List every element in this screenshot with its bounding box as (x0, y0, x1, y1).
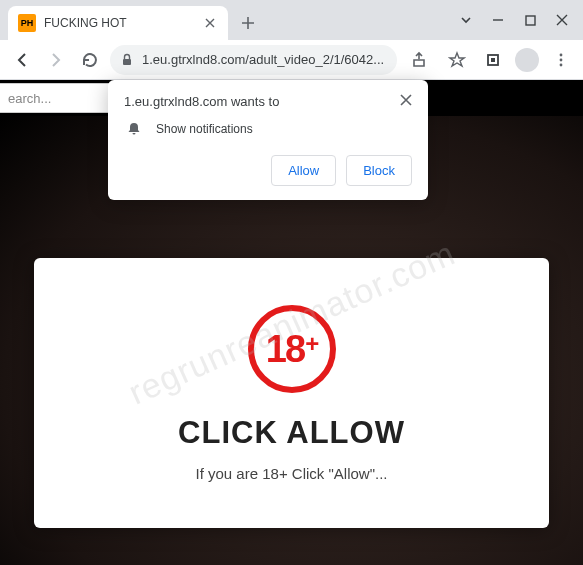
svg-rect-3 (491, 58, 495, 62)
svg-point-5 (560, 58, 563, 61)
dropdown-icon[interactable] (459, 13, 473, 27)
notification-permission-popup: 1.eu.gtrxlnd8.com wants to Show notifica… (108, 80, 428, 200)
age-badge-icon: 18+ (248, 305, 336, 393)
card-heading: CLICK ALLOW (178, 415, 405, 451)
back-button[interactable] (8, 46, 36, 74)
age-gate-card: 18+ CLICK ALLOW If you are 18+ Click "Al… (34, 258, 549, 528)
close-window-button[interactable] (555, 13, 569, 27)
forward-button[interactable] (42, 46, 70, 74)
maximize-button[interactable] (523, 13, 537, 27)
favicon: PH (18, 14, 36, 32)
tab-close-icon[interactable] (202, 15, 218, 31)
svg-rect-1 (123, 59, 131, 65)
age-number: 18 (266, 330, 304, 368)
lock-icon (120, 53, 134, 67)
bookmark-icon[interactable] (443, 46, 471, 74)
allow-button[interactable]: Allow (271, 155, 336, 186)
card-subtitle: If you are 18+ Click "Allow"... (196, 465, 388, 482)
address-bar[interactable]: 1.eu.gtrxlnd8.com/adult_video_2/1/6042..… (110, 45, 397, 75)
share-icon[interactable] (407, 46, 435, 74)
url-text: 1.eu.gtrxlnd8.com/adult_video_2/1/6042..… (142, 52, 384, 67)
bell-icon (126, 121, 142, 137)
age-plus: + (305, 332, 317, 356)
tab-title: FUCKING HOT (44, 16, 194, 30)
minimize-button[interactable] (491, 13, 505, 27)
titlebar: PH FUCKING HOT (0, 0, 583, 40)
window-controls (445, 0, 583, 40)
notification-permission-label: Show notifications (156, 122, 253, 136)
profile-avatar[interactable] (515, 48, 539, 72)
svg-point-4 (560, 53, 563, 56)
notification-site-text: 1.eu.gtrxlnd8.com wants to (124, 94, 279, 109)
browser-toolbar: 1.eu.gtrxlnd8.com/adult_video_2/1/6042..… (0, 40, 583, 80)
reload-button[interactable] (76, 46, 104, 74)
svg-rect-0 (526, 16, 535, 25)
menu-icon[interactable] (547, 46, 575, 74)
browser-tab[interactable]: PH FUCKING HOT (8, 6, 228, 40)
svg-point-6 (560, 63, 563, 66)
notification-close-icon[interactable] (400, 94, 412, 106)
extensions-icon[interactable] (479, 46, 507, 74)
block-button[interactable]: Block (346, 155, 412, 186)
new-tab-button[interactable] (234, 9, 262, 37)
